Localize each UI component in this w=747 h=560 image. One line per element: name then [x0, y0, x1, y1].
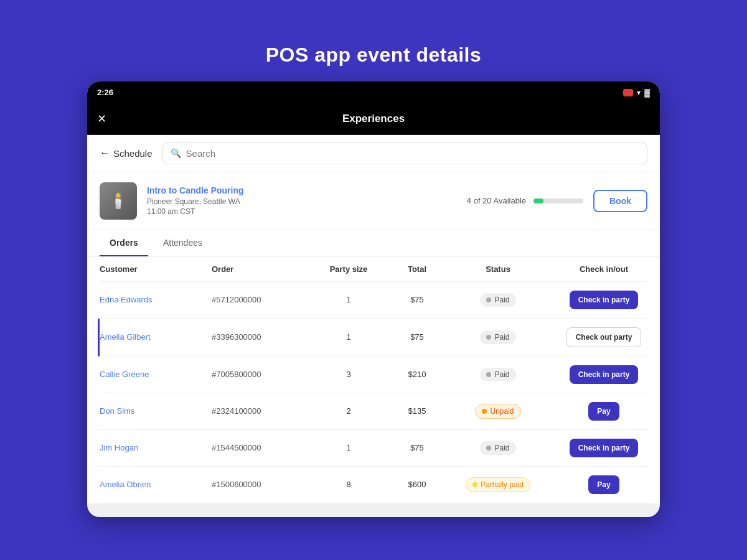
tab-attendees[interactable]: Attendees — [153, 230, 212, 256]
action-cell: Check out party — [548, 327, 660, 347]
status-time: 2:26 — [97, 88, 113, 97]
customer-name[interactable]: Callie Greene — [100, 370, 212, 379]
status-dot — [472, 482, 477, 487]
search-icon: 🔍 — [171, 148, 181, 158]
back-arrow-icon: ← — [100, 147, 110, 159]
event-location: Pioneer Square, Seattle WA — [147, 197, 457, 206]
table-header: Customer Order Party size Total Status C… — [100, 257, 647, 282]
event-image: 🕯️ — [100, 182, 137, 220]
status-dot — [486, 297, 491, 302]
battery-icon: ▓ — [644, 88, 650, 97]
status-label: Partially paid — [481, 480, 524, 489]
table-row: Jim Hogan #1544500000 1 $75 Paid Check i… — [100, 430, 647, 467]
tab-orders[interactable]: Orders — [100, 230, 148, 256]
table-row: Amelia Gilbert #3396300000 1 $75 Paid Ch… — [98, 319, 647, 357]
status-label: Paid — [494, 296, 509, 304]
total: $75 — [386, 443, 448, 452]
action-cell: Pay — [548, 402, 660, 421]
status-bar: 2:26 ▾ ▓ — [87, 82, 660, 104]
customer-name[interactable]: Edna Edwards — [100, 295, 212, 304]
status-label: Unpaid — [490, 407, 514, 416]
status-dot — [486, 372, 491, 377]
event-title[interactable]: Intro to Candle Pouring — [147, 185, 457, 195]
pay-button[interactable]: Pay — [588, 475, 619, 494]
order-number: #1500600000 — [212, 480, 311, 489]
party-size: 1 — [311, 443, 386, 452]
device-frame: 2:26 ▾ ▓ ✕ Experiences ← Schedule 🔍 🕯️ — [87, 82, 660, 517]
order-number: #5712000000 — [212, 295, 311, 304]
order-number: #1544500000 — [212, 443, 311, 452]
party-size: 2 — [311, 406, 386, 416]
status: Partially paid — [448, 477, 548, 492]
check-in-party-button[interactable]: Check in party — [570, 439, 639, 457]
customer-name[interactable]: Don Sims — [100, 406, 212, 416]
page-title: POS app event details — [266, 44, 482, 67]
header-status: Status — [448, 264, 548, 274]
header-total: Total — [386, 264, 448, 274]
status-label: Paid — [494, 370, 509, 379]
availability-bar — [533, 198, 583, 203]
status-icons: ▾ ▓ — [623, 88, 650, 97]
pay-button[interactable]: Pay — [588, 402, 619, 421]
table-row: Edna Edwards #5712000000 1 $75 Paid Chec… — [100, 282, 647, 319]
wifi-icon: ▾ — [637, 88, 641, 97]
action-cell: Check in party — [548, 291, 660, 309]
status: Paid — [448, 330, 548, 344]
nav-bar: ← Schedule 🔍 — [87, 135, 660, 172]
party-size: 1 — [311, 295, 386, 304]
status: Unpaid — [448, 404, 548, 419]
total: $600 — [386, 480, 448, 489]
table-row: Callie Greene #7005800000 3 $210 Paid Ch… — [100, 357, 647, 393]
action-cell: Check in party — [548, 365, 660, 384]
status-dot — [486, 335, 491, 340]
top-bar-title: Experiences — [342, 113, 405, 125]
event-card: 🕯️ Intro to Candle Pouring Pioneer Squar… — [87, 172, 660, 230]
status-label: Paid — [494, 444, 509, 452]
status-dot — [486, 446, 491, 450]
tabs: Orders Attendees — [87, 230, 660, 257]
action-cell: Pay — [548, 475, 660, 494]
availability-fill — [533, 198, 543, 203]
header-order: Order — [212, 264, 311, 274]
event-time: 11:00 am CST — [147, 207, 457, 216]
party-size: 1 — [311, 332, 386, 342]
check-out-party-button[interactable]: Check out party — [566, 327, 642, 347]
header-party-size: Party size — [311, 264, 386, 274]
table-row: Don Sims #2324100000 2 $135 Unpaid Pay •… — [100, 393, 647, 430]
header-customer: Customer — [100, 264, 212, 274]
record-icon — [623, 89, 633, 96]
order-number: #2324100000 — [212, 406, 311, 416]
table-row: Amelia Obrien #1500600000 8 $600 Partial… — [100, 467, 647, 503]
customer-name[interactable]: Jim Hogan — [100, 443, 212, 452]
status-label: Paid — [494, 333, 509, 342]
total: $210 — [386, 370, 448, 379]
party-size: 8 — [311, 480, 386, 489]
customer-name[interactable]: Amelia Gilbert — [100, 332, 212, 342]
check-in-party-button[interactable]: Check in party — [570, 365, 639, 384]
status: Paid — [448, 293, 548, 307]
total: $135 — [386, 406, 448, 416]
status: Paid — [448, 368, 548, 381]
availability-section: 4 of 20 Available — [467, 196, 583, 205]
total: $75 — [386, 295, 448, 304]
search-box: 🔍 — [162, 142, 647, 164]
content-area: ← Schedule 🔍 🕯️ Intro to Candle Pouring … — [87, 135, 660, 503]
order-number: #7005800000 — [212, 370, 311, 379]
customer-name[interactable]: Amelia Obrien — [100, 480, 212, 489]
search-input[interactable] — [186, 148, 639, 159]
total: $75 — [386, 332, 448, 342]
availability-text: 4 of 20 Available — [467, 196, 526, 205]
status: Paid — [448, 441, 548, 455]
action-cell: Check in party — [548, 439, 660, 457]
back-link[interactable]: ← Schedule — [100, 147, 153, 159]
status-dot — [482, 409, 487, 414]
header-check-inout: Check in/out — [548, 264, 660, 274]
top-bar: ✕ Experiences — [87, 104, 660, 135]
order-number: #3396300000 — [212, 332, 311, 342]
table-container: Customer Order Party size Total Status C… — [87, 257, 660, 503]
book-button[interactable]: Book — [593, 190, 647, 212]
party-size: 3 — [311, 370, 386, 379]
close-button[interactable]: ✕ — [97, 113, 106, 124]
back-label: Schedule — [113, 148, 153, 159]
check-in-party-button[interactable]: Check in party — [570, 291, 639, 309]
